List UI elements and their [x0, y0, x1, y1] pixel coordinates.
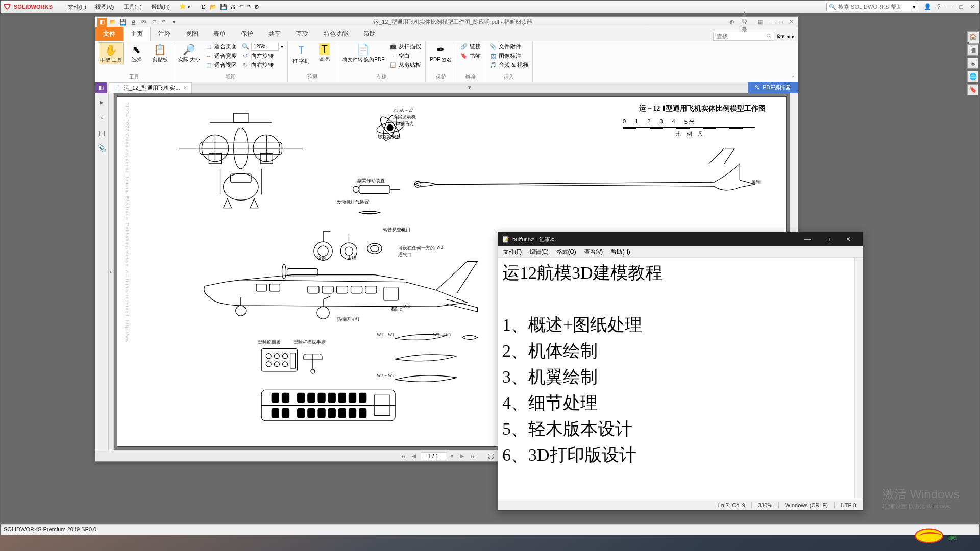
- np-minimize-icon[interactable]: —: [797, 232, 818, 246]
- maximize-icon[interactable]: □: [956, 3, 966, 11]
- rotate-left-button[interactable]: ↺向左旋转: [241, 52, 284, 60]
- ribbon-tab-comment[interactable]: 注释: [151, 27, 178, 41]
- sw-search-box[interactable]: 🔍 ▾: [826, 3, 918, 11]
- prev-page-icon[interactable]: ◀: [410, 453, 418, 459]
- snapshot-button[interactable]: 📋剪贴板: [150, 42, 170, 63]
- page-dropdown-icon[interactable]: ▾: [449, 453, 455, 459]
- rotate-right-button[interactable]: ↻向右旋转: [241, 61, 284, 69]
- print-icon[interactable]: 🖨: [230, 4, 236, 10]
- rail-badge-icon[interactable]: ◈: [967, 58, 978, 69]
- select-tool-button[interactable]: ⬉选择: [127, 42, 147, 63]
- qat-undo-icon[interactable]: ↶: [150, 18, 158, 27]
- bookmark-button[interactable]: 🔖书签: [459, 52, 482, 60]
- hand-tool-button[interactable]: ✋手型 工具: [99, 42, 124, 64]
- nav-attach-icon[interactable]: 📎: [97, 143, 107, 153]
- search-dropdown-icon[interactable]: ▾: [913, 4, 916, 10]
- ribbon-tab-form[interactable]: 表单: [206, 27, 233, 41]
- sw-menu-expand-icon[interactable]: ⭐ ▸: [179, 3, 191, 11]
- from-scanner-button[interactable]: 📠从扫描仪: [388, 42, 422, 51]
- foxit-find-input[interactable]: [713, 32, 774, 41]
- from-clipboard-button[interactable]: 📋从剪贴板: [388, 61, 422, 69]
- rail-home-icon[interactable]: 🏠: [967, 31, 978, 42]
- ribbon-tab-home[interactable]: 主页: [123, 27, 151, 41]
- solidworks-menubar[interactable]: 文件(F) 视图(V) 工具(T) 帮助(H) ⭐ ▸: [68, 3, 191, 11]
- ribbon-tab-help[interactable]: 帮助: [356, 27, 383, 41]
- qat-print-icon[interactable]: 🖨: [129, 18, 137, 27]
- foxit-document-tab[interactable]: 📄 运_12_型通用飞机实... ✕: [109, 82, 192, 93]
- convert-button[interactable]: 📄将文件转 换为PDF: [341, 42, 386, 63]
- np-maximize-icon[interactable]: □: [818, 232, 838, 246]
- qat-save-icon[interactable]: 💾: [119, 18, 127, 27]
- ribbon-mode-icon[interactable]: ▦: [756, 19, 765, 26]
- find-options-icon[interactable]: ⚙▾: [776, 33, 785, 40]
- fit-visible-button[interactable]: ◫适合视区: [204, 61, 238, 69]
- help-icon[interactable]: ?: [934, 3, 944, 11]
- ribbon-tab-file[interactable]: 文件: [95, 27, 123, 41]
- settings-icon[interactable]: ⚙: [254, 4, 259, 10]
- foxit-app-icon[interactable]: ◧: [97, 18, 107, 27]
- foxit-start-button[interactable]: ◧: [95, 82, 107, 93]
- actual-size-button[interactable]: 🔎实际 大小: [177, 42, 201, 63]
- np-menu-edit[interactable]: 编辑(E): [527, 247, 552, 257]
- redo-icon[interactable]: ↷: [247, 4, 251, 10]
- file-attach-button[interactable]: 📎文件附件: [488, 42, 529, 51]
- sw-menu-help[interactable]: 帮助(H): [151, 3, 170, 11]
- highlight-button[interactable]: T高亮: [314, 42, 335, 63]
- rail-stack-icon[interactable]: ▦: [967, 44, 978, 56]
- typewriter-button[interactable]: Ｔ打 字机: [291, 42, 311, 65]
- qat-more-icon[interactable]: ▾: [170, 18, 178, 27]
- np-menu-help[interactable]: 帮助(H): [608, 247, 633, 257]
- foxit-close-icon[interactable]: ✕: [787, 19, 796, 26]
- sw-menu-tools[interactable]: 工具(T): [124, 3, 142, 11]
- page-expand-icon[interactable]: ⛶: [486, 453, 495, 459]
- ribbon-tab-view[interactable]: 视图: [178, 27, 206, 41]
- page-number-input[interactable]: [421, 452, 446, 460]
- rail-tag-icon[interactable]: 🔖: [967, 84, 978, 95]
- fit-page-button[interactable]: ▢适合页面: [204, 42, 238, 51]
- foxit-maximize-icon[interactable]: □: [776, 19, 786, 26]
- np-menu-view[interactable]: 查看(V): [581, 247, 606, 257]
- image-annot-button[interactable]: 🖼图像标注: [488, 52, 529, 60]
- doctab-close-icon[interactable]: ✕: [183, 85, 187, 91]
- notepad-text-area[interactable]: 运12航模3D建模教程 1、概述+图纸处理 2、机体绘制 3、机翼绘制 4、细节…: [498, 258, 854, 499]
- nav-pages-icon[interactable]: ▫: [97, 113, 107, 122]
- pdf-sign-button[interactable]: ✒PDF 签名: [429, 42, 453, 63]
- nav-expand-icon[interactable]: ▸: [97, 97, 107, 107]
- user-icon[interactable]: 👤: [922, 3, 933, 11]
- minimize-icon[interactable]: —: [945, 3, 955, 11]
- zoom-combo[interactable]: 🔍125%▾: [241, 42, 284, 51]
- notepad-titlebar[interactable]: 📝 buffur.txt - 记事本 — □ ✕: [498, 232, 863, 246]
- find-next-icon[interactable]: ▸: [792, 33, 795, 40]
- ribbon-tab-share[interactable]: 共享: [261, 27, 288, 41]
- link-button[interactable]: 🔗链接: [459, 42, 482, 51]
- open-icon[interactable]: 📂: [210, 4, 217, 10]
- new-icon[interactable]: 🗋: [201, 4, 207, 10]
- blank-button[interactable]: ▫空白: [388, 52, 422, 60]
- close-icon[interactable]: ✕: [967, 3, 977, 11]
- sw-menu-view[interactable]: 视图(V): [95, 3, 114, 11]
- find-prev-icon[interactable]: ◂: [787, 33, 790, 40]
- sw-search-input[interactable]: [838, 4, 911, 10]
- nav-layers-icon[interactable]: ◫: [97, 128, 107, 137]
- np-close-icon[interactable]: ✕: [838, 232, 859, 246]
- np-menu-file[interactable]: 文件(F): [500, 247, 525, 257]
- np-menu-format[interactable]: 格式(O): [554, 247, 579, 257]
- foxit-login-link[interactable]: 未登录: [742, 19, 751, 26]
- ribbon-tab-extras[interactable]: 特色功能: [316, 27, 356, 41]
- ribbon-collapse-icon[interactable]: ˄: [789, 41, 798, 82]
- fit-width-button[interactable]: ↔适合宽度: [204, 52, 238, 60]
- last-page-icon[interactable]: ⏭: [469, 453, 477, 459]
- next-page-icon[interactable]: ▶: [458, 453, 465, 459]
- undo-icon[interactable]: ↶: [239, 4, 243, 10]
- qat-open-icon[interactable]: 📂: [109, 18, 117, 27]
- rail-globe-icon[interactable]: 🌐: [967, 71, 978, 82]
- save-icon[interactable]: 💾: [220, 4, 227, 10]
- nav-resize-handle[interactable]: ▸: [109, 93, 114, 450]
- skin-icon[interactable]: ◐: [727, 19, 737, 26]
- notepad-vscrollbar[interactable]: [854, 258, 863, 499]
- qat-email-icon[interactable]: ✉: [139, 18, 148, 27]
- doctab-overflow-icon[interactable]: ▾: [464, 82, 475, 93]
- qat-redo-icon[interactable]: ↷: [160, 18, 168, 27]
- audio-video-button[interactable]: 🎵音频 & 视频: [488, 61, 529, 69]
- ribbon-tab-connect[interactable]: 互联: [288, 27, 316, 41]
